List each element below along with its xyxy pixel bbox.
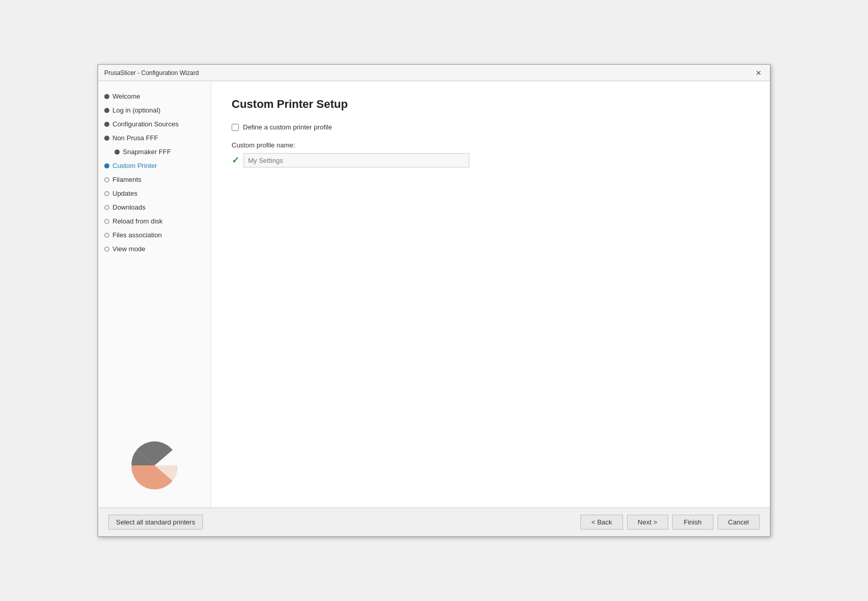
sidebar-item-files-association[interactable]: Files association (98, 228, 211, 242)
dot-icon (104, 219, 109, 224)
sidebar-item-label: Filaments (112, 176, 141, 183)
title-bar: PrusaSlicer - Configuration Wizard ✕ (98, 65, 770, 81)
dot-icon (104, 136, 109, 141)
bottom-bar: Select all standard printers < Back Next… (98, 508, 770, 536)
window-title: PrusaSlicer - Configuration Wizard (104, 69, 199, 77)
profile-name-label: Custom profile name: (232, 141, 749, 149)
sidebar-item-reload-from-disk[interactable]: Reload from disk (98, 214, 211, 228)
back-button[interactable]: < Back (580, 515, 622, 530)
dot-icon (104, 191, 109, 196)
sidebar-item-label: Files association (112, 231, 162, 239)
dot-icon (104, 247, 109, 252)
sidebar-item-label: Configuration Sources (112, 120, 179, 128)
checkmark-icon: ✓ (232, 155, 239, 166)
cancel-button[interactable]: Cancel (718, 515, 760, 530)
main-content: Custom Printer Setup Define a custom pri… (211, 81, 770, 508)
sidebar-item-label: Downloads (112, 203, 145, 211)
dot-icon (104, 233, 109, 238)
page-title: Custom Printer Setup (232, 98, 749, 111)
nav-buttons: < Back Next > Finish Cancel (580, 515, 760, 530)
dot-icon (104, 94, 109, 99)
sidebar-item-label: View mode (112, 245, 145, 253)
sidebar-nav: Welcome Log in (optional) Configuration … (98, 89, 211, 256)
finish-button[interactable]: Finish (672, 515, 713, 530)
profile-name-section: Custom profile name: ✓ (232, 141, 749, 167)
sidebar-item-label: Log in (optional) (112, 106, 160, 114)
dot-icon (104, 122, 109, 127)
window-body: Welcome Log in (optional) Configuration … (98, 81, 770, 508)
define-checkbox-label[interactable]: Define a custom printer profile (243, 123, 332, 131)
sidebar-item-label: Custom Printer (112, 162, 157, 170)
dot-active-icon (104, 163, 109, 168)
sidebar-item-view-mode[interactable]: View mode (98, 242, 211, 256)
profile-name-input[interactable] (243, 153, 469, 167)
sidebar-item-label: Non Prusa FFF (112, 134, 158, 142)
next-button[interactable]: Next > (627, 515, 668, 530)
profile-name-row: ✓ (232, 153, 749, 167)
sidebar-item-config-sources[interactable]: Configuration Sources (98, 117, 211, 131)
sidebar: Welcome Log in (optional) Configuration … (98, 81, 211, 508)
dot-icon (115, 149, 120, 155)
sidebar-item-label: Updates (112, 190, 137, 197)
dot-icon (104, 177, 109, 182)
sidebar-item-filaments[interactable]: Filaments (98, 173, 211, 186)
define-custom-printer-checkbox[interactable] (232, 124, 239, 131)
select-all-button[interactable]: Select all standard printers (108, 515, 203, 530)
sidebar-item-updates[interactable]: Updates (98, 186, 211, 200)
sidebar-item-label: Snapmaker FFF (123, 148, 171, 156)
sidebar-item-label: Welcome (112, 92, 140, 100)
sidebar-item-custom-printer[interactable]: Custom Printer (98, 159, 211, 173)
sidebar-item-login[interactable]: Log in (optional) (98, 103, 211, 117)
prusa-logo (129, 440, 180, 491)
sidebar-item-label: Reload from disk (112, 217, 163, 225)
define-checkbox-row: Define a custom printer profile (232, 123, 749, 131)
close-button[interactable]: ✕ (753, 68, 764, 78)
sidebar-item-welcome[interactable]: Welcome (98, 89, 211, 103)
logo-area (98, 431, 211, 499)
sidebar-item-downloads[interactable]: Downloads (98, 200, 211, 214)
main-window: PrusaSlicer - Configuration Wizard ✕ Wel… (98, 64, 770, 537)
sidebar-item-snapmaker-fff[interactable]: Snapmaker FFF (98, 145, 211, 159)
sidebar-item-non-prusa-fff[interactable]: Non Prusa FFF (98, 131, 211, 145)
dot-icon (104, 108, 109, 113)
dot-icon (104, 205, 109, 210)
